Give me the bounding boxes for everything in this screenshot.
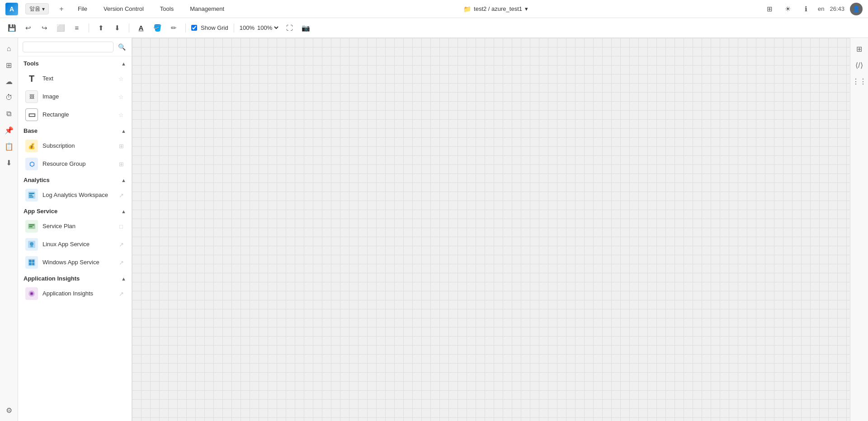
sidebar-item-resource-group[interactable]: ⬡ Resource Group ⊞ (18, 155, 132, 173)
service-plan-label: Service Plan (42, 223, 116, 230)
redo-button[interactable]: ↪ (38, 22, 51, 34)
menu-management[interactable]: Management (186, 4, 228, 14)
menu-tools[interactable]: Tools (156, 4, 177, 14)
rectangle-tool-star-icon[interactable]: ☆ (116, 110, 126, 120)
highlight-button[interactable]: ✏ (167, 22, 180, 34)
language-selector[interactable]: en (818, 5, 824, 12)
clipboard-icon[interactable]: 📋 (2, 139, 16, 154)
image-tool-star-icon[interactable]: ☆ (116, 92, 126, 102)
search-icon[interactable]: 🔍 (116, 42, 127, 52)
add-tab-button[interactable]: + (56, 4, 67, 14)
toolbar-separator-2 (129, 23, 129, 33)
azure-logo: A (5, 3, 18, 15)
sidebar-item-rectangle[interactable]: ▭ Rectangle ☆ (18, 106, 132, 124)
text-tool-star-icon[interactable]: ☆ (116, 74, 126, 84)
zoom-dropdown[interactable]: 100% 75% 50% 150% 200% (255, 24, 280, 32)
menu-version-control[interactable]: Version Control (100, 4, 147, 14)
log-analytics-icon (25, 189, 38, 201)
sidebar-item-app-insights[interactable]: Application Insights ↗ (18, 285, 132, 303)
menu-bar: File Version Control Tools Management (74, 4, 228, 14)
settings-icon[interactable]: ⚙ (2, 403, 16, 417)
section-header-tools[interactable]: Tools ▲ (18, 56, 132, 70)
pin-icon[interactable]: 📌 (2, 123, 16, 137)
import-button[interactable]: ⬇ (111, 22, 123, 34)
svg-rect-11 (29, 260, 32, 262)
image-tool-label: Image (42, 93, 116, 101)
windows-app-label: Windows App Service (42, 259, 116, 267)
left-icon-bar: ⌂ ⊞ ☁ ⏱ ⧉ 📌 📋 ⬇ ⚙ (0, 38, 18, 421)
resource-group-action-icon[interactable]: ⊞ (116, 159, 126, 169)
menu-file[interactable]: File (74, 4, 91, 14)
sidebar-item-text[interactable]: T Text ☆ (18, 70, 132, 88)
rectangle-tool-label: Rectangle (42, 111, 116, 119)
rectangle-tool-icon: ▭ (25, 108, 38, 121)
tab-dropdown[interactable]: 앞음 ▾ (25, 3, 49, 14)
search-input[interactable] (23, 42, 113, 52)
section-header-app-service[interactable]: App Service ▲ (18, 204, 132, 217)
section-title-app-service: App Service (24, 208, 57, 215)
section-header-app-insights[interactable]: Application Insights ▲ (18, 271, 132, 285)
section-title-tools: Tools (24, 60, 39, 67)
toolbar-separator-4 (234, 23, 234, 33)
text-tool-label: Text (42, 75, 116, 83)
screenshot-button[interactable]: 📷 (300, 22, 312, 34)
text-color-button[interactable]: A (135, 22, 147, 34)
project-path: 📁 test2 / azure_test1 ▾ (463, 5, 528, 13)
save-button[interactable]: 💾 (5, 22, 18, 34)
subscription-icon: 💰 (25, 140, 38, 152)
log-analytics-action-icon[interactable]: ↗ (116, 190, 126, 200)
service-plan-action-icon[interactable]: □ (116, 221, 126, 231)
windows-app-action-icon[interactable]: ↗ (116, 257, 126, 267)
section-header-base[interactable]: Base ▲ (18, 124, 132, 137)
time-display: 26:43 (830, 5, 844, 12)
title-bar-right: ⊞ ☀ ℹ en 26:43 👤 (764, 3, 863, 15)
canvas-area[interactable] (132, 38, 850, 421)
section-chevron-tools: ▲ (121, 61, 126, 66)
svg-rect-2 (29, 195, 33, 196)
undo-button[interactable]: ↩ (22, 22, 34, 34)
sidebar-item-log-analytics[interactable]: Log Analytics Workspace ↗ (18, 186, 132, 204)
theme-icon[interactable]: ☀ (782, 3, 794, 15)
properties-icon[interactable]: ⋮⋮ (852, 74, 867, 89)
service-plan-icon (25, 220, 38, 233)
sidebar-item-linux-app[interactable]: Linux App Service ↗ (18, 235, 132, 253)
user-avatar[interactable]: 👤 (850, 3, 863, 15)
fill-button[interactable]: 🪣 (151, 22, 164, 34)
app-insights-action-icon[interactable]: ↗ (116, 289, 126, 299)
canvas-grid (132, 38, 850, 421)
sidebar-item-image[interactable]: 🖼 Image ☆ (18, 88, 132, 106)
sidebar-item-windows-app[interactable]: Windows App Service ↗ (18, 253, 132, 271)
linux-app-icon (25, 238, 38, 251)
download-icon[interactable]: ⬇ (2, 155, 16, 170)
fullscreen-button[interactable]: ⛶ (283, 22, 296, 34)
history-icon[interactable]: ⏱ (2, 90, 16, 105)
subscription-action-icon[interactable]: ⊞ (116, 141, 126, 151)
cloud-icon[interactable]: ☁ (2, 74, 16, 89)
sidebar-item-service-plan[interactable]: Service Plan □ (18, 217, 132, 235)
section-header-analytics[interactable]: Analytics ▲ (18, 173, 132, 186)
show-grid-label[interactable]: Show Grid (191, 24, 228, 31)
home-icon[interactable]: ⌂ (2, 42, 16, 56)
layout-icon[interactable]: ⊞ (764, 3, 776, 15)
info-icon[interactable]: ℹ (800, 3, 812, 15)
svg-rect-13 (29, 263, 32, 265)
section-chevron-app-service: ▲ (121, 209, 126, 214)
layers-icon[interactable]: ⧉ (2, 107, 16, 121)
main-area: ⌂ ⊞ ☁ ⏱ ⧉ 📌 📋 ⬇ ⚙ 🔍 Tools ▲ T Text ☆ 🖼 I… (0, 38, 868, 421)
list-button[interactable]: ≡ (71, 22, 83, 34)
section-chevron-app-insights: ▲ (121, 276, 126, 281)
svg-rect-12 (32, 260, 34, 262)
zoom-control: 100% 100% 75% 50% 150% 200% (240, 24, 280, 32)
linux-app-action-icon[interactable]: ↗ (116, 239, 126, 249)
code-icon[interactable]: ⟨/⟩ (852, 58, 867, 72)
diagram-icon[interactable]: ⊞ (2, 58, 16, 72)
linux-app-label: Linux App Service (42, 241, 116, 248)
section-chevron-base: ▲ (121, 128, 126, 134)
frame-button[interactable]: ⬜ (54, 22, 67, 34)
show-grid-checkbox[interactable] (191, 25, 197, 31)
export-button[interactable]: ⬆ (94, 22, 107, 34)
table-icon[interactable]: ⊞ (852, 42, 867, 56)
project-path-text[interactable]: test2 / azure_test1 (474, 5, 522, 12)
sidebar-item-subscription[interactable]: 💰 Subscription ⊞ (18, 137, 132, 155)
app-insights-label: Application Insights (42, 290, 116, 298)
